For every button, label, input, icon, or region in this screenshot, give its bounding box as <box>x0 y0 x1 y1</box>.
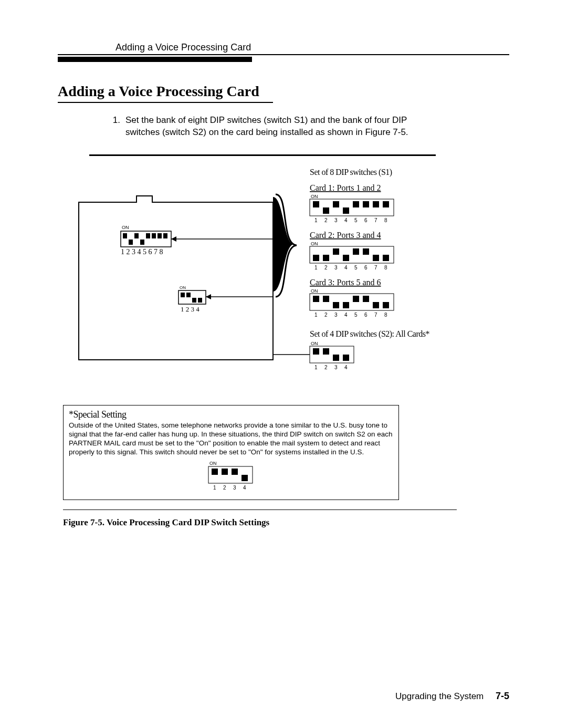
svg-rect-20 <box>333 201 339 207</box>
page-footer: Upgrading the System 7-5 <box>395 691 509 702</box>
svg-rect-42 <box>383 255 389 261</box>
card2-label: Card 2: Ports 3 and 4 <box>310 231 381 240</box>
section-title-rule <box>58 102 273 103</box>
svg-text:2: 2 <box>324 365 328 370</box>
svg-text:4: 4 <box>344 365 348 370</box>
svg-text:1: 1 <box>314 365 318 370</box>
svg-text:4: 4 <box>344 217 348 223</box>
svg-text:8: 8 <box>384 217 387 223</box>
svg-rect-2 <box>129 240 133 245</box>
svg-text:6: 6 <box>364 312 368 318</box>
svg-rect-12 <box>181 293 185 297</box>
svg-text:4: 4 <box>243 485 246 491</box>
svg-rect-36 <box>323 255 329 261</box>
svg-rect-54 <box>333 302 339 308</box>
svg-rect-55 <box>343 302 349 308</box>
svg-rect-51 <box>310 294 394 310</box>
svg-rect-6 <box>152 233 156 238</box>
svg-text:6: 6 <box>364 265 368 271</box>
svg-text:3: 3 <box>233 485 236 491</box>
footer-text: Upgrading the System <box>395 691 484 701</box>
svg-text:2: 2 <box>324 265 328 271</box>
svg-text:3: 3 <box>334 365 338 370</box>
svg-rect-18 <box>313 201 319 207</box>
svg-rect-71 <box>333 355 339 361</box>
svg-rect-8 <box>163 233 167 238</box>
top-rule <box>58 54 509 55</box>
svg-rect-19 <box>323 207 329 214</box>
svg-rect-56 <box>353 296 359 302</box>
svg-text:1: 1 <box>213 485 216 491</box>
step-text: Set the bank of eight DIP switches (swit… <box>125 115 419 139</box>
step-number: 1. <box>108 115 120 139</box>
on-c2: ON <box>311 241 318 246</box>
running-head: Adding a Voice Processing Card <box>116 42 509 53</box>
svg-rect-5 <box>146 233 150 238</box>
on-label-board-s1: ON <box>122 225 129 230</box>
svg-text:2: 2 <box>324 312 328 318</box>
black-bar <box>58 57 252 62</box>
svg-rect-15 <box>198 298 202 303</box>
special-setting-title: *Special Setting <box>69 409 393 421</box>
svg-text:7: 7 <box>374 217 377 223</box>
svg-rect-13 <box>186 293 191 297</box>
svg-rect-37 <box>333 248 339 255</box>
svg-rect-72 <box>343 355 349 361</box>
svg-marker-16 <box>206 294 211 299</box>
svg-rect-40 <box>363 248 369 255</box>
svg-text:3: 3 <box>334 217 338 223</box>
svg-text:4: 4 <box>344 312 348 318</box>
svg-text:8: 8 <box>384 312 387 318</box>
on-c3: ON <box>311 288 318 294</box>
svg-rect-21 <box>343 207 349 214</box>
s1-title: Set of 8 DIP switches (S1) <box>310 168 392 177</box>
svg-text:1: 1 <box>314 217 318 223</box>
step-1: 1. Set the bank of eight DIP switches (s… <box>108 115 509 139</box>
svg-text:2: 2 <box>223 485 226 491</box>
svg-text:3: 3 <box>334 265 338 271</box>
figure-top-rule <box>89 154 436 156</box>
special-setting-dip: ON 1234 <box>69 460 393 494</box>
svg-rect-35 <box>313 255 319 261</box>
svg-rect-23 <box>363 201 369 207</box>
svg-rect-3 <box>134 233 139 238</box>
svg-text:5: 5 <box>354 265 358 271</box>
on-s2: ON <box>311 341 318 346</box>
svg-text:7: 7 <box>374 312 377 318</box>
svg-rect-79 <box>212 469 218 475</box>
figure-label: Figure 7-5. Voice Processing Card DIP Sw… <box>63 517 509 528</box>
svg-rect-1 <box>123 233 127 238</box>
svg-rect-24 <box>373 201 379 207</box>
svg-rect-57 <box>363 296 369 302</box>
svg-rect-69 <box>313 348 319 355</box>
svg-rect-41 <box>373 255 379 261</box>
svg-rect-58 <box>373 302 379 308</box>
page-number: 7-5 <box>496 691 509 701</box>
svg-rect-53 <box>323 296 329 302</box>
svg-text:1: 1 <box>314 265 318 271</box>
svg-text:6: 6 <box>364 217 368 223</box>
svg-marker-10 <box>171 236 176 242</box>
svg-text:5: 5 <box>354 217 358 223</box>
section-title: Adding a Voice Processing Card <box>58 83 509 100</box>
svg-rect-7 <box>158 233 162 238</box>
special-setting-box: *Special Setting Outside of the United S… <box>63 405 399 500</box>
svg-rect-38 <box>343 255 349 261</box>
on-label-board-s2: ON <box>180 285 186 290</box>
card1-label: Card 1: Ports 1 and 2 <box>310 183 381 192</box>
figure-7-5: 1 2 3 4 5 6 7 8 ON 1 2 3 4 ON <box>63 165 509 402</box>
svg-rect-82 <box>242 475 248 481</box>
svg-text:5: 5 <box>354 312 358 318</box>
svg-rect-80 <box>222 469 228 475</box>
special-setting-body: Outside of the United States, some telep… <box>69 421 393 457</box>
on-c1: ON <box>311 194 318 199</box>
svg-rect-25 <box>383 201 389 207</box>
figure-bottom-rule <box>63 509 457 510</box>
s2-numbers-small: 1 2 3 4 <box>181 305 200 313</box>
svg-text:7: 7 <box>374 265 377 271</box>
dip-diagram-svg: 1 2 3 4 5 6 7 8 ON 1 2 3 4 ON <box>63 165 509 402</box>
card3-label: Card 3: Ports 5 and 6 <box>310 278 381 287</box>
svg-text:4: 4 <box>344 265 348 271</box>
svg-rect-70 <box>323 348 329 355</box>
svg-rect-17 <box>310 199 394 216</box>
